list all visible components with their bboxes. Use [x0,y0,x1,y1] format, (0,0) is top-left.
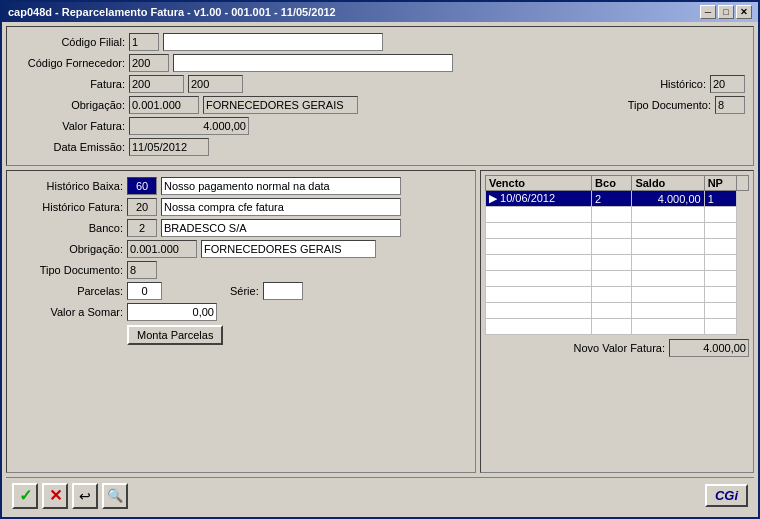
col-bco: Bco [592,176,632,191]
top-panel: Código Filial: Código Fornecedor: Fatura… [6,26,754,166]
save-button[interactable]: ✓ [12,483,38,509]
toolbar: ✓ ✕ ↩ 🔍 CGi [6,477,754,513]
obrigacao-bottom-val[interactable] [127,240,197,258]
serie-val[interactable] [263,282,303,300]
save-icon: ✓ [19,486,32,505]
table-row[interactable] [486,223,749,239]
tipo-doc-val[interactable] [715,96,745,114]
banco-code[interactable] [127,219,157,237]
col-saldo: Saldo [632,176,704,191]
table-row[interactable] [486,303,749,319]
valor-somar-label: Valor a Somar: [13,306,123,318]
parcelas-table: Vencto Bco Saldo NP ▶ 10/06/2012 2 4.000 [485,175,749,335]
minimize-button[interactable]: ─ [700,5,716,19]
parcelas-label: Parcelas: [13,285,123,297]
table-row[interactable] [486,287,749,303]
historico-fatura-label: Histórico Fatura: [13,201,123,213]
fatura-row: Fatura: Histórico: [15,75,745,93]
codigo-filial-code[interactable] [129,33,159,51]
toolbar-left: ✓ ✕ ↩ 🔍 [12,483,128,509]
novo-valor-val[interactable] [669,339,749,357]
back-icon: ↩ [79,488,91,504]
historico-baixa-label: Histórico Baixa: [13,180,123,192]
main-window: cap048d - Reparcelamento Fatura - v1.00 … [0,0,760,519]
codigo-fornecedor-code[interactable] [129,54,169,72]
parcelas-row: Parcelas: Série: [13,282,469,300]
parcelas-val[interactable] [127,282,162,300]
col-scroll [737,176,749,191]
obrigacao-bottom-desc[interactable] [201,240,376,258]
valor-fatura-label: Valor Fatura: [15,120,125,132]
historico-label: Histórico: [660,78,706,90]
search-icon: 🔍 [107,488,123,503]
obrigacao-bottom-label: Obrigação: [13,243,123,255]
tipo-doc-bottom-row: Tipo Documento: [13,261,469,279]
right-grid: Vencto Bco Saldo NP ▶ 10/06/2012 2 4.000 [480,170,754,473]
historico-baixa-code[interactable] [127,177,157,195]
valor-somar-val[interactable] [127,303,217,321]
fatura-label: Fatura: [15,78,125,90]
table-row[interactable] [486,319,749,335]
cancel-button[interactable]: ✕ [42,483,68,509]
codigo-fornecedor-label: Código Fornecedor: [15,57,125,69]
novo-valor-label: Novo Valor Fatura: [573,342,665,354]
obrigacao-bottom-row: Obrigação: [13,240,469,258]
banco-row: Banco: [13,219,469,237]
historico-fatura-row: Histórico Fatura: [13,198,469,216]
codigo-fornecedor-name[interactable] [173,54,453,72]
codigo-filial-label: Código Filial: [15,36,125,48]
left-form: Histórico Baixa: Histórico Fatura: Banco… [6,170,476,473]
cell-arrow: ▶ 10/06/2012 [486,191,592,207]
cell-np: 1 [704,191,736,207]
historico-fatura-code[interactable] [127,198,157,216]
obrigacao-val[interactable] [129,96,199,114]
window-title: cap048d - Reparcelamento Fatura - v1.00 … [8,6,336,18]
obrigacao-row: Obrigação: Tipo Documento: [15,96,745,114]
data-emissao-row: Data Emissão: [15,138,745,156]
serie-label: Série: [230,285,259,297]
tipo-doc-bottom-val[interactable] [127,261,157,279]
tipo-doc-bottom-label: Tipo Documento: [13,264,123,276]
cancel-icon: ✕ [49,486,62,505]
historico-val[interactable] [710,75,745,93]
banco-desc[interactable] [161,219,401,237]
cgi-button[interactable]: CGi [705,484,748,507]
historico-baixa-desc[interactable] [161,177,401,195]
table-row[interactable] [486,271,749,287]
table-row[interactable] [486,255,749,271]
monta-parcelas-row: Monta Parcelas [13,325,469,345]
tipo-doc-label: Tipo Documento: [628,99,711,111]
title-bar-buttons: ─ □ ✕ [700,5,752,19]
historico-baixa-row: Histórico Baixa: [13,177,469,195]
obrigacao-label: Obrigação: [15,99,125,111]
banco-label: Banco: [13,222,123,234]
cell-bco: 2 [592,191,632,207]
cell-saldo: 4.000,00 [632,191,704,207]
fatura-val2[interactable] [188,75,243,93]
codigo-filial-row: Código Filial: [15,33,745,51]
obrigacao-desc[interactable] [203,96,358,114]
col-np: NP [704,176,736,191]
close-button[interactable]: ✕ [736,5,752,19]
search-button[interactable]: 🔍 [102,483,128,509]
valor-fatura-row: Valor Fatura: [15,117,745,135]
col-vencto: Vencto [486,176,592,191]
codigo-fornecedor-row: Código Fornecedor: [15,54,745,72]
back-button[interactable]: ↩ [72,483,98,509]
table-row[interactable] [486,207,749,223]
table-row[interactable]: ▶ 10/06/2012 2 4.000,00 1 [486,191,749,207]
title-bar: cap048d - Reparcelamento Fatura - v1.00 … [2,2,758,22]
valor-fatura-val[interactable] [129,117,249,135]
data-emissao-label: Data Emissão: [15,141,125,153]
valor-somar-row: Valor a Somar: [13,303,469,321]
codigo-filial-name[interactable] [163,33,383,51]
fatura-val1[interactable] [129,75,184,93]
novo-valor-row: Novo Valor Fatura: [485,339,749,357]
bottom-panel: Histórico Baixa: Histórico Fatura: Banco… [6,170,754,473]
monta-parcelas-button[interactable]: Monta Parcelas [127,325,223,345]
window-body: Código Filial: Código Fornecedor: Fatura… [2,22,758,517]
table-row[interactable] [486,239,749,255]
data-emissao-val[interactable] [129,138,209,156]
historico-fatura-desc[interactable] [161,198,401,216]
maximize-button[interactable]: □ [718,5,734,19]
